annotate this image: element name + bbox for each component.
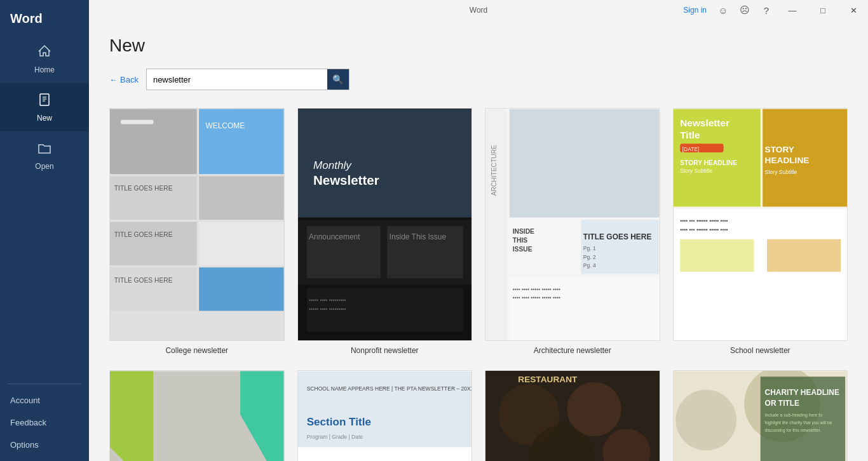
template-thumb-parent: SCHOOL NAME APPEARS HERE | THE PTA NEWSL… bbox=[297, 370, 473, 461]
close-icon: ✕ bbox=[850, 6, 857, 15]
svg-text:RESTAURANT: RESTAURANT bbox=[518, 375, 578, 384]
sad-icon: ☹ bbox=[740, 4, 750, 16]
svg-text:SCHOOL NAME APPEARS HERE | THE: SCHOOL NAME APPEARS HERE | THE PTA NEWSL… bbox=[306, 386, 471, 392]
template-card-interior[interactable]: COMPANY DATE EDITION X, VOLUME X NEWSLET… bbox=[109, 370, 285, 461]
svg-rect-62 bbox=[767, 239, 841, 272]
svg-rect-31 bbox=[485, 109, 507, 340]
svg-text:Pg. 4: Pg. 4 bbox=[583, 262, 596, 269]
maximize-button[interactable]: □ bbox=[808, 0, 837, 20]
svg-text:•••• ••• •••••• ••••• ••••: •••• ••• •••••• ••••• •••• bbox=[680, 218, 728, 224]
sidebar-item-home[interactable]: Home bbox=[0, 35, 89, 83]
happy-face-button[interactable]: ☺ bbox=[713, 0, 733, 20]
minimize-button[interactable]: — bbox=[778, 0, 807, 20]
sidebar-item-feedback-label: Feedback bbox=[10, 418, 46, 427]
svg-text:•••• •••• ••••• ••••• ••••: •••• •••• ••••• ••••• •••• bbox=[513, 286, 560, 293]
template-thumb-interior: COMPANY DATE EDITION X, VOLUME X NEWSLET… bbox=[109, 370, 285, 461]
template-label-college: College newsletter bbox=[165, 346, 228, 355]
svg-text:••••• •••• •••••••••: ••••• •••• ••••••••• bbox=[309, 306, 346, 312]
sidebar-item-feedback[interactable]: Feedback bbox=[0, 411, 89, 434]
svg-rect-11 bbox=[110, 267, 197, 311]
titlebar-controls: Sign in ☺ ☹ ? — □ ✕ bbox=[678, 0, 868, 20]
svg-text:TITLE GOES HERE: TITLE GOES HERE bbox=[583, 232, 652, 241]
svg-text:Monthly: Monthly bbox=[313, 159, 351, 171]
svg-point-91 bbox=[567, 382, 621, 436]
template-card-parent[interactable]: SCHOOL NAME APPEARS HERE | THE PTA NEWSL… bbox=[297, 370, 473, 461]
svg-text:•••• ••• •••••• ••••• ••••: •••• ••• •••••• ••••• •••• bbox=[680, 227, 728, 233]
template-card-college[interactable]: WELCOME TITLE GOES HERE TITLE GOES HERE … bbox=[109, 108, 285, 355]
svg-text:•••• •••• ••••• ••••• ••••: •••• •••• ••••• ••••• •••• bbox=[513, 295, 560, 301]
search-box: 🔍 bbox=[146, 69, 349, 90]
template-card-charity[interactable]: CHARITY HEADLINE OR TITLE Include a sub-… bbox=[673, 370, 848, 461]
close-button[interactable]: ✕ bbox=[839, 0, 868, 20]
main-area: Word Sign in ☺ ☹ ? — □ ✕ New bbox=[89, 0, 868, 461]
svg-text:••••• •••• •••••••••: ••••• •••• ••••••••• bbox=[309, 297, 346, 304]
svg-text:WELCOME: WELCOME bbox=[205, 121, 245, 130]
svg-rect-33 bbox=[510, 109, 660, 218]
svg-text:TITLE GOES HERE: TITLE GOES HERE bbox=[114, 231, 173, 238]
template-thumb-college: WELCOME TITLE GOES HERE TITLE GOES HERE … bbox=[109, 108, 285, 341]
template-thumb-charity: CHARITY HEADLINE OR TITLE Include a sub-… bbox=[673, 370, 848, 461]
svg-text:[DATE]: [DATE] bbox=[682, 146, 699, 152]
sidebar-bottom: Account Feedback Options bbox=[0, 389, 89, 461]
svg-text:Program | Grade | Date: Program | Grade | Date bbox=[306, 434, 363, 440]
svg-text:Inside This Issue: Inside This Issue bbox=[389, 232, 446, 241]
help-icon: ? bbox=[764, 5, 769, 16]
content-area: New ← Back 🔍 bbox=[89, 20, 868, 461]
sidebar-nav: Home New Open bbox=[0, 35, 89, 461]
svg-marker-65 bbox=[110, 371, 153, 461]
app-title: Word bbox=[0, 0, 89, 35]
sidebar-item-account[interactable]: Account bbox=[0, 389, 89, 411]
sidebar-item-open[interactable]: Open bbox=[0, 131, 89, 180]
svg-text:TITLE GOES HERE: TITLE GOES HERE bbox=[114, 277, 173, 284]
svg-text:Include a sub-heading here to: Include a sub-heading here to bbox=[764, 413, 822, 418]
sidebar-item-options-label: Options bbox=[10, 440, 39, 450]
home-icon bbox=[37, 44, 52, 62]
sidebar-item-home-label: Home bbox=[34, 65, 55, 74]
search-input[interactable] bbox=[147, 71, 327, 88]
template-thumb-architecture: ARCHITECTURE INSIDE THIS ISSUE TITLE GOE… bbox=[485, 108, 660, 341]
svg-text:Story Subtitle: Story Subtitle bbox=[680, 168, 712, 174]
template-label-school: School newsletter bbox=[730, 346, 790, 355]
sidebar-divider bbox=[8, 384, 81, 384]
minimize-icon: — bbox=[789, 6, 797, 15]
template-card-restaurant[interactable]: RESTAURANT ✕ IN THIS ISSUE PG. 1 ••• •••… bbox=[485, 370, 660, 461]
search-icon: 🔍 bbox=[332, 74, 343, 84]
svg-text:ISSUE: ISSUE bbox=[513, 246, 532, 253]
search-row: ← Back 🔍 bbox=[109, 69, 848, 90]
sidebar-item-open-label: Open bbox=[35, 162, 53, 171]
back-button[interactable]: ← Back bbox=[109, 75, 139, 84]
svg-text:Pg. 2: Pg. 2 bbox=[583, 254, 596, 260]
svg-rect-5 bbox=[110, 109, 197, 175]
template-label-architecture: Architecture newsletter bbox=[534, 346, 611, 355]
svg-text:ARCHITECTURE: ARCHITECTURE bbox=[491, 145, 498, 196]
svg-rect-12 bbox=[199, 267, 283, 311]
sidebar-item-options[interactable]: Options bbox=[0, 434, 89, 456]
svg-rect-6 bbox=[199, 109, 283, 175]
titlebar: Word Sign in ☺ ☹ ? — □ ✕ bbox=[89, 0, 868, 20]
svg-text:STORY: STORY bbox=[764, 145, 794, 154]
template-card-nonprofit[interactable]: Monthly Newsletter Announcement Inside T… bbox=[297, 108, 473, 355]
svg-text:Pg. 1: Pg. 1 bbox=[583, 245, 596, 251]
help-button[interactable]: ? bbox=[756, 0, 776, 20]
sidebar-item-new[interactable]: New bbox=[0, 83, 89, 131]
sidebar-item-account-label: Account bbox=[10, 396, 40, 405]
back-label: Back bbox=[120, 75, 139, 84]
svg-text:discussing for this newsletter: discussing for this newsletter. bbox=[764, 429, 821, 434]
open-icon bbox=[37, 140, 52, 158]
svg-rect-61 bbox=[680, 239, 754, 272]
template-card-school[interactable]: Newsletter Title [DATE] STORY HEADLINE S… bbox=[673, 108, 848, 355]
page-title: New bbox=[109, 36, 848, 56]
svg-text:STORY HEADLINE: STORY HEADLINE bbox=[680, 160, 737, 167]
template-card-architecture[interactable]: ARCHITECTURE INSIDE THIS ISSUE TITLE GOE… bbox=[485, 108, 660, 355]
svg-text:HEADLINE: HEADLINE bbox=[764, 156, 809, 165]
signin-button[interactable]: Sign in bbox=[678, 6, 712, 15]
template-label-nonprofit: Nonprofit newsletter bbox=[351, 346, 419, 355]
svg-text:Title: Title bbox=[680, 130, 700, 140]
new-icon bbox=[37, 92, 52, 110]
search-button[interactable]: 🔍 bbox=[327, 69, 349, 90]
sidebar-item-new-label: New bbox=[37, 114, 52, 123]
svg-text:Announcement: Announcement bbox=[309, 232, 360, 241]
svg-text:INSIDE: INSIDE bbox=[513, 228, 534, 235]
sad-face-button[interactable]: ☹ bbox=[735, 0, 755, 20]
titlebar-app-name: Word bbox=[470, 6, 487, 15]
